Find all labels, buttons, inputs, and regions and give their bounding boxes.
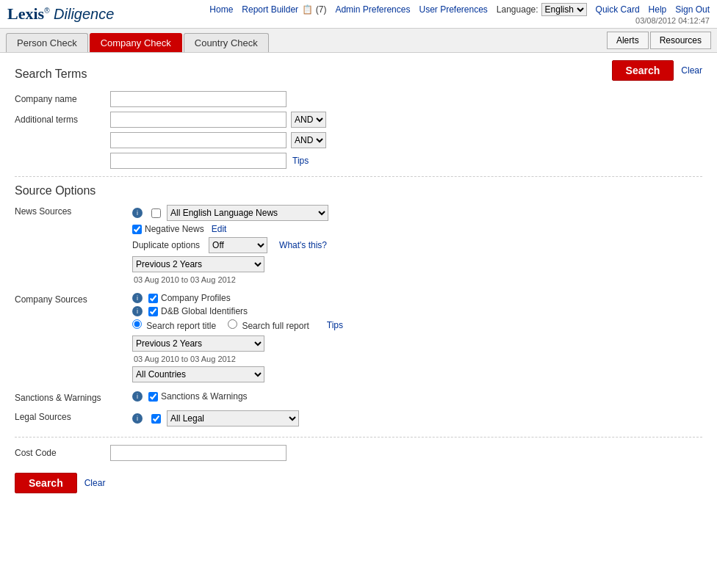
news-source-select[interactable]: All English Language News All News Major…: [167, 205, 328, 221]
company-profiles-checkbox[interactable]: [148, 294, 158, 303]
tips-link[interactable]: Tips: [292, 156, 309, 166]
clear-link-bottom[interactable]: Clear: [84, 478, 106, 488]
negative-news-checkbox[interactable]: [132, 225, 142, 234]
search-button-top[interactable]: Search: [612, 60, 674, 81]
additional-terms-input-1[interactable]: [110, 112, 287, 128]
cost-code-row: Cost Code: [15, 445, 702, 461]
legal-sources-content: i All Legal US Legal UK Legal: [132, 410, 702, 429]
news-sources-label: News Sources: [15, 205, 132, 217]
search-header: Search Clear: [612, 60, 702, 81]
legal-sources-select[interactable]: All Legal US Legal UK Legal: [167, 410, 299, 427]
dnb-label: D&B Global Identifiers: [161, 306, 248, 316]
duplicate-options-select[interactable]: OffOn: [209, 237, 267, 253]
news-date-range-text: 03 Aug 2010 to 03 Aug 2012: [134, 275, 702, 284]
language-selector: Language: English: [497, 3, 587, 16]
nav-admin-prefs[interactable]: Admin Preferences: [335, 4, 410, 15]
nav-help[interactable]: Help: [649, 4, 667, 15]
tabbar-left: Person Check Company Check Country Check: [6, 29, 269, 52]
company-profiles-label: Company Profiles: [161, 293, 231, 303]
search-button-bottom[interactable]: Search: [15, 473, 77, 493]
header: Lexis® Diligence Home Report Builder 📋 (…: [0, 0, 717, 29]
tabbar-right: Alerts Resources: [607, 32, 711, 49]
cost-code-input[interactable]: [110, 445, 287, 461]
countries-select[interactable]: All Countries United States United Kingd…: [132, 366, 264, 382]
countries-row: All Countries United States United Kingd…: [132, 366, 702, 382]
sanctions-checkbox-row: i Sanctions & Warnings: [132, 391, 702, 402]
language-dropdown[interactable]: English: [541, 3, 587, 16]
duplicate-options-row: Duplicate options OffOn What's this?: [132, 237, 702, 253]
company-date-range-select[interactable]: Previous 2 Years Previous Year Previous …: [132, 335, 264, 352]
news-sources-checkbox[interactable]: [151, 208, 161, 218]
negative-news-label: Negative News: [145, 224, 204, 234]
nav-home[interactable]: Home: [209, 4, 233, 15]
tabbar: Person Check Company Check Country Check…: [0, 29, 717, 53]
nav-report-builder[interactable]: Report Builder 📋 (7): [242, 4, 326, 15]
section-divider-1: [15, 176, 702, 177]
edit-link[interactable]: Edit: [212, 224, 227, 234]
sanctions-warnings-checkbox[interactable]: [148, 392, 158, 402]
cost-code-label: Cost Code: [15, 448, 110, 458]
tab-person-check[interactable]: Person Check: [6, 33, 88, 52]
sanctions-info-icon[interactable]: i: [132, 391, 143, 402]
additional-terms-input-2[interactable]: [110, 132, 287, 148]
nav-quick-card[interactable]: Quick Card: [596, 4, 640, 15]
search-terms-title: Search Terms: [15, 68, 87, 81]
report-count: (7): [316, 4, 327, 15]
company-sources-content: i Company Profiles i D&B Global Identifi…: [132, 293, 702, 385]
nav-user-prefs[interactable]: User Preferences: [419, 4, 487, 15]
report-builder-icon: 📋: [302, 4, 313, 15]
sanctions-warnings-label: Sanctions & Warnings: [15, 391, 132, 403]
additional-terms-and-2[interactable]: ANDORNOT: [291, 132, 326, 148]
search-full-report-text: Search full report: [242, 321, 309, 331]
legal-sources-label: Legal Sources: [15, 410, 132, 422]
sanctions-warnings-text: Sanctions & Warnings: [161, 391, 248, 402]
additional-terms-input-3[interactable]: [110, 153, 287, 169]
tab-company-check[interactable]: Company Check: [90, 33, 182, 52]
search-report-title-label: Search report title: [132, 319, 216, 331]
alerts-button[interactable]: Alerts: [607, 32, 649, 49]
legal-sources-row: Legal Sources i All Legal US Legal UK Le…: [15, 410, 702, 429]
dnb-checkbox[interactable]: [148, 307, 158, 316]
logo: Lexis® Diligence: [7, 4, 114, 23]
company-date-range-text: 03 Aug 2010 to 03 Aug 2012: [134, 355, 702, 363]
legal-dropdown-row: i All Legal US Legal UK Legal: [132, 410, 702, 427]
news-sources-content: i All English Language News All News Maj…: [132, 205, 702, 287]
news-sources-info-icon[interactable]: i: [132, 208, 143, 218]
search-report-title-radio[interactable]: [132, 319, 142, 329]
additional-terms-and-1[interactable]: ANDORNOT: [291, 112, 326, 128]
nav: Home Report Builder 📋 (7) Admin Preferen…: [209, 3, 710, 16]
news-date-range-select[interactable]: Previous 2 Years Previous Year Previous …: [132, 256, 264, 272]
company-sources-label: Company Sources: [15, 293, 132, 305]
search-type-row: Search report title Search full report T…: [132, 319, 702, 331]
sanctions-warnings-content: i Sanctions & Warnings: [132, 391, 702, 404]
dnb-info-icon[interactable]: i: [132, 306, 143, 316]
additional-terms-row3: Tips: [15, 153, 702, 169]
dnb-row: i D&B Global Identifiers: [132, 306, 702, 316]
clear-link-top[interactable]: Clear: [681, 65, 702, 76]
datetime: 03/08/2012 04:12:47: [635, 16, 710, 25]
company-profiles-info-icon[interactable]: i: [132, 293, 143, 303]
tab-country-check[interactable]: Country Check: [184, 33, 269, 52]
legal-sources-checkbox[interactable]: [151, 414, 161, 424]
whats-this-link[interactable]: What's this?: [279, 240, 327, 250]
company-profiles-row: i Company Profiles: [132, 293, 702, 303]
duplicate-options-label: Duplicate options: [132, 240, 200, 250]
company-name-row: Company name: [15, 91, 702, 107]
company-name-label: Company name: [15, 94, 110, 104]
company-name-input[interactable]: [110, 91, 287, 107]
legal-info-icon[interactable]: i: [132, 413, 143, 424]
resources-button[interactable]: Resources: [650, 32, 711, 49]
main-content: Search Terms Search Clear Company name A…: [0, 53, 717, 515]
nav-report-builder-label: Report Builder: [242, 4, 298, 15]
logo-reg: ®: [44, 7, 49, 15]
news-source-dropdown-row: i All English Language News All News Maj…: [132, 205, 702, 221]
additional-terms-label: Additional terms: [15, 115, 110, 125]
section-divider-2: [15, 437, 702, 438]
news-sources-row: News Sources i All English Language News…: [15, 205, 702, 287]
search-full-report-label: Search full report: [228, 319, 309, 331]
nav-sign-out[interactable]: Sign Out: [675, 4, 710, 15]
company-sources-row: Company Sources i Company Profiles i D&B…: [15, 293, 702, 385]
company-tips-link[interactable]: Tips: [327, 320, 343, 330]
search-full-report-radio[interactable]: [228, 319, 237, 329]
header-right: Home Report Builder 📋 (7) Admin Preferen…: [209, 3, 710, 25]
